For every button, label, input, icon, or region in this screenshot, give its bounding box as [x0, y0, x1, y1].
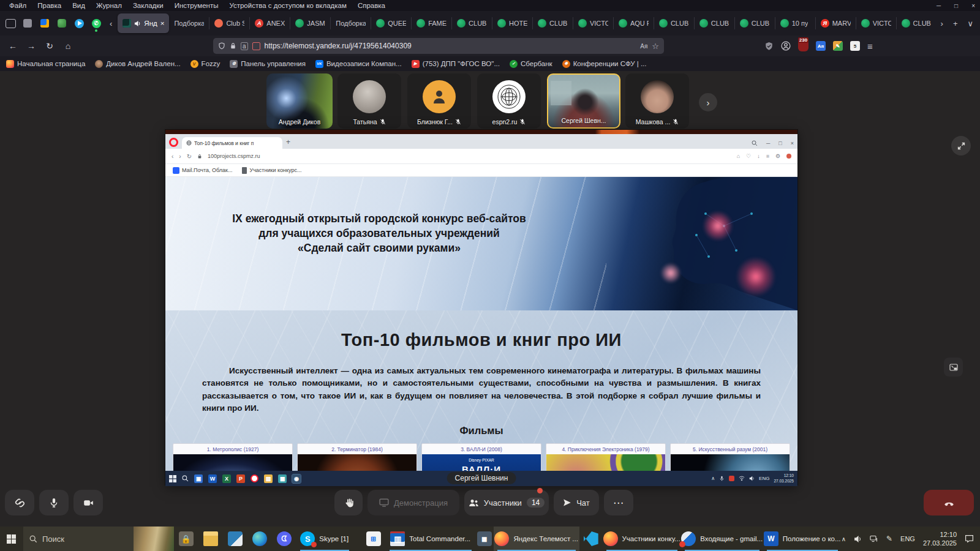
menu-file[interactable]: Файл — [4, 1, 32, 10]
opera-url-text[interactable]: 100projects.cspmz.ru — [208, 153, 260, 159]
share-screen-button[interactable]: Демонстрация — [368, 490, 459, 515]
start-button[interactable] — [0, 527, 22, 551]
shield-check-icon[interactable] — [764, 42, 774, 51]
bookmark-vk-videos[interactable]: VKВидеозаписи Компан... — [315, 60, 402, 68]
reload-button[interactable]: ↻ — [42, 41, 58, 51]
tab[interactable]: VICTO — [858, 13, 895, 33]
pinned-security-app[interactable]: 🔒 — [174, 527, 198, 551]
menu-edit[interactable]: Правка — [32, 1, 67, 10]
opera-bookmark-contest[interactable]: Участники конкурс... — [242, 167, 301, 174]
url-text[interactable]: https://telemost.yandex.ru/j/47195614040… — [265, 42, 636, 50]
participant-tile-sergey-active-speaker[interactable]: Сергей Шевн... — [547, 73, 620, 129]
film-card-ai[interactable]: 5. Искусственный разум (2001) — [670, 443, 790, 471]
window-maximize-button[interactable]: □ — [954, 2, 958, 9]
photos-app-button[interactable] — [223, 527, 247, 551]
participant-tile-tatyana[interactable]: Татьяна — [337, 73, 401, 129]
adblock-extension-icon[interactable]: 230 — [798, 41, 809, 51]
window-minimize-button[interactable]: ─ — [937, 2, 941, 9]
shared-recording-icon[interactable] — [729, 476, 734, 481]
tab[interactable]: Club S — [211, 13, 248, 33]
tab-scroll-left-button[interactable]: ‹ — [105, 19, 116, 28]
tab[interactable]: FAME — [413, 13, 450, 33]
menu-help[interactable]: Справка — [352, 1, 391, 10]
firefox-contest-button[interactable]: Участники конку... — [603, 527, 681, 551]
bookmark-home[interactable]: Начальная страница — [6, 60, 85, 68]
film-card-terminator[interactable]: 2. Терминатор (1984) — [297, 443, 417, 471]
shared-mic-icon[interactable] — [719, 476, 725, 481]
tab[interactable]: CLUB — [453, 13, 491, 33]
tracking-shield-icon[interactable] — [218, 42, 225, 50]
opera-back-icon[interactable]: ‹ — [172, 153, 173, 160]
shared-folder-icon[interactable]: ▤ — [264, 474, 273, 483]
shared-speaker-icon[interactable] — [749, 476, 755, 481]
vscode-button[interactable] — [579, 527, 603, 551]
participant-tile-mashkova[interactable]: Машкова ... — [625, 73, 689, 129]
shared-screen[interactable]: Топ-10 фильмов и книг п + ─ □ × ‹ › ↻ 10… — [165, 130, 797, 485]
tray-network-icon[interactable] — [870, 535, 878, 542]
film-card-electronic[interactable]: 4. Приключения Электроника (1979) — [546, 443, 666, 471]
film-link[interactable]: 1. Метрополис (1927) — [173, 444, 292, 454]
opera-logo-icon[interactable] — [169, 138, 178, 147]
tab[interactable]: Подборка — [332, 13, 369, 33]
bookmark-fozzy[interactable]: VFozzy — [190, 60, 221, 68]
tab[interactable]: VICTO — [575, 13, 612, 33]
shared-photos-icon[interactable]: ▦ — [278, 474, 287, 483]
opera-search-icon[interactable] — [752, 140, 758, 146]
search-highlight-art[interactable] — [134, 527, 174, 551]
mail-client-button[interactable]: Входящие - gmail... — [681, 527, 763, 551]
shared-excel-icon[interactable]: X — [222, 474, 231, 483]
participant-tile-espn[interactable]: espn2.ru — [477, 73, 541, 129]
shared-tray-up-icon[interactable]: ∧ — [711, 476, 715, 481]
opera-close-button[interactable]: × — [791, 140, 794, 146]
skype-app-button[interactable]: S Skype [1] — [296, 527, 353, 551]
tab-list-dropdown-button[interactable]: ∨ — [963, 19, 978, 28]
menu-synced-tabs[interactable]: Устройства с доступом ко вкладкам — [224, 1, 352, 10]
tab[interactable]: CLUB — [655, 13, 693, 33]
word-document-button[interactable]: W Положение о ко... — [763, 527, 842, 551]
bookmark-youtube[interactable]: ▶(753) ДПП "ФГОС ВО"... — [412, 60, 500, 68]
translator-extension-icon[interactable]: Aя — [816, 41, 826, 51]
opera-reload-icon[interactable]: ↻ — [187, 153, 192, 160]
film-card-metropolis[interactable]: 1. Метрополис (1927) — [173, 443, 293, 471]
shared-start-icon[interactable] — [169, 475, 176, 482]
tab[interactable]: CLUB — [898, 13, 935, 33]
file-explorer-button[interactable] — [198, 527, 223, 551]
participants-button[interactable]: Участники 14 — [464, 490, 549, 515]
calculator-button[interactable]: ▦ — [475, 527, 494, 551]
permission-icon[interactable] — [252, 42, 260, 50]
menu-view[interactable]: Вид — [67, 1, 91, 10]
menu-bookmarks[interactable]: Закладки — [127, 1, 169, 10]
notes-extension-icon[interactable]: 5 — [850, 41, 860, 51]
reader-mode-icon[interactable]: a — [241, 42, 248, 50]
opera-forward-icon[interactable]: › — [179, 153, 181, 160]
opera-download-icon[interactable]: ↓ — [757, 153, 760, 159]
participant-tile-andrey[interactable]: Андрей Диков — [266, 73, 333, 129]
tab[interactable]: HOTEL — [494, 13, 531, 33]
expand-fullscreen-button[interactable] — [951, 136, 971, 156]
tray-speaker-icon[interactable] — [854, 535, 862, 543]
opera-extension-dot[interactable] — [786, 154, 791, 159]
shared-opera-icon[interactable] — [251, 474, 258, 482]
tab-close-icon[interactable]: × — [160, 20, 165, 27]
shared-powerpoint-icon[interactable]: P — [236, 474, 245, 483]
tab[interactable]: ЯMARV — [817, 13, 854, 33]
film-card-walle[interactable]: 3. ВАЛЛ-И (2008) Disney·PIXAR ВАЛЛ·И — [421, 443, 541, 471]
tab[interactable]: AQU PI — [615, 13, 652, 33]
app-menu-icon[interactable]: ≡ — [867, 41, 873, 51]
home-button[interactable]: ⌂ — [60, 41, 76, 51]
opera-bookmark-heart-icon[interactable]: ♡ — [746, 153, 751, 159]
opera-new-tab-button[interactable]: + — [286, 138, 290, 146]
opera-reading-list-icon[interactable]: ≡ — [766, 153, 769, 159]
tab[interactable]: CLUB — [696, 13, 733, 33]
tab-audio-icon[interactable] — [134, 20, 141, 27]
opera-settings-icon[interactable]: ⚙ — [775, 153, 780, 159]
tray-show-hidden-icon[interactable]: ∧ — [842, 536, 846, 542]
lock-icon[interactable] — [230, 42, 236, 50]
pinned-tab-telegram[interactable] — [71, 14, 87, 32]
shared-active-app-icon[interactable]: ◉ — [292, 474, 301, 483]
microphone-button[interactable] — [39, 490, 69, 515]
raise-hand-button[interactable] — [334, 490, 363, 515]
discord-button[interactable]: ᗧ — [272, 527, 296, 551]
total-commander-button[interactable]: ▥ Total Commander... — [386, 527, 475, 551]
opera-bookmark-mail[interactable]: Mail.Почта, Облак... — [173, 167, 232, 174]
